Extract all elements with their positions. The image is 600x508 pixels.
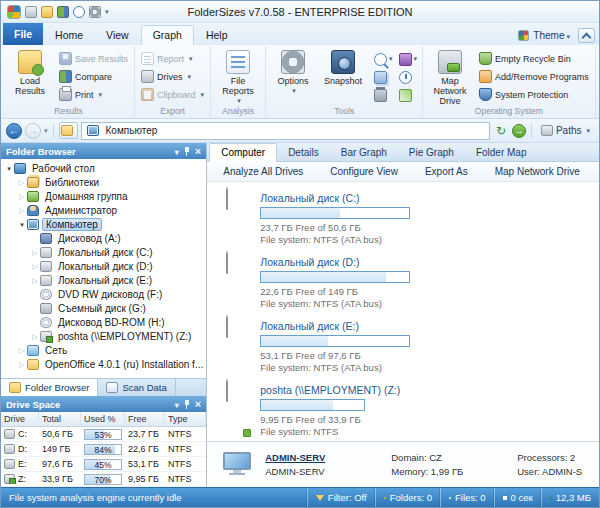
tree-item[interactable]: Дисковод (A:) [1,231,206,245]
add-remove-programs-button[interactable]: Add/Remove Programs [476,69,592,84]
tree-item[interactable]: Компьютер [1,217,206,231]
column-header[interactable]: Type [165,412,206,426]
collapse-ribbon-button[interactable] [578,28,595,43]
view-tab[interactable]: Details [277,143,330,161]
drive-name-link[interactable]: Локальный диск (D:) [260,256,410,268]
pin-icon[interactable] [183,147,191,156]
expand-arrow-icon[interactable] [17,193,27,200]
paths-dropdown[interactable]: Paths [537,125,594,136]
tree-item[interactable]: Библиотеки [1,175,206,189]
file-reports-button[interactable]: File Reports [214,47,262,106]
history-dropdown-icon[interactable]: ▾ [44,127,48,135]
view-tab[interactable]: Bar Graph [330,143,398,161]
empty-recycle-bin-button[interactable]: Empty Recycle Bin [476,51,592,66]
drive-table-row[interactable]: E: 97,6 ГБ 45% 53,1 ГБ NTFS [1,457,206,472]
view-tab[interactable]: Folder Map [465,143,538,161]
clipboard-button[interactable]: Clipboard [138,87,207,102]
refresh-icon[interactable]: ↻ [493,123,509,139]
ribbon-tab[interactable]: File [3,23,43,45]
expand-arrow-icon[interactable] [17,207,27,214]
column-header[interactable]: Used % [81,412,125,426]
duplicate-files-button[interactable] [372,69,395,85]
pin-icon[interactable] [183,400,191,409]
tree-item[interactable]: Администратор [1,203,206,217]
toolbar-item[interactable]: Analyze All Drives [223,166,303,177]
sidebar-tab[interactable]: Folder Browser [1,379,98,396]
snapshot-button[interactable]: Snapshot [319,47,367,86]
column-header[interactable]: Drive [1,412,39,426]
drive-entry[interactable]: poshta (\\EMPLOYMENT) (Z:) 9,95 ГБ Free … [225,384,599,437]
expand-arrow-icon[interactable] [17,361,27,368]
close-icon[interactable] [195,146,201,157]
panel-menu-icon[interactable] [175,146,179,157]
tree-item[interactable]: Локальный диск (C:) [1,245,206,259]
tree-item[interactable]: poshta (\\EMPLOYMENT) (Z:) [1,329,206,343]
expand-arrow-icon[interactable] [17,179,27,186]
drive-name-link[interactable]: poshta (\\EMPLOYMENT) (Z:) [260,384,400,396]
rule-manager-button[interactable] [397,51,420,67]
computer-name-link[interactable]: ADMIN-SERV [265,452,383,463]
compare-button[interactable]: Compare [56,69,131,84]
trends-button[interactable] [397,87,420,103]
drive-entry[interactable]: Локальный диск (C:) 23,7 ГБ Free of 50,6… [225,192,599,245]
print-button[interactable]: Print [56,87,131,102]
options-button[interactable]: Options [269,47,317,96]
expand-arrow-icon[interactable] [30,263,40,270]
qat-compare-icon[interactable] [57,6,69,18]
toolbar-item[interactable]: Configure View [330,166,398,177]
qat-drives-icon[interactable] [25,6,37,18]
view-tab[interactable]: Pie Graph [398,143,465,161]
tree-item[interactable]: Домашняя группа [1,189,206,203]
qat-options-icon[interactable] [89,6,101,18]
drives-button[interactable]: Drives [138,69,207,84]
tree-item[interactable]: OpenOffice 4.0.1 (ru) Installation f... [1,357,206,371]
delete-button[interactable] [372,87,395,103]
ribbon-tab[interactable]: Home [44,26,94,45]
drive-table-row[interactable]: Z: 33,9 ГБ 70% 9,95 ГБ NTFS [1,472,206,487]
tree-item[interactable]: Сеть [1,343,206,357]
tree-item[interactable]: Съемный диск (G:) [1,301,206,315]
close-icon[interactable] [195,399,201,410]
qat-load-results-icon[interactable] [41,6,53,18]
forward-button[interactable]: → [25,123,41,139]
expand-arrow-icon[interactable] [30,277,40,284]
sidebar-tab[interactable]: Scan Data [98,379,175,396]
tree-item[interactable]: Рабочий стол [1,161,206,175]
address-input[interactable]: Компьютер [81,122,490,140]
drive-entry[interactable]: Локальный диск (E:) 53,1 ГБ Free of 97,6… [225,320,599,373]
expand-arrow-icon[interactable] [17,221,27,228]
tree-item[interactable]: Локальный диск (D:) [1,259,206,273]
load-results-button[interactable]: Load Results [6,47,54,96]
save-results-button[interactable]: Save Results [56,51,131,66]
tree-item[interactable]: Дисковод BD-ROM (H:) [1,315,206,329]
ribbon-tab[interactable]: Help [195,26,239,45]
ribbon-tab[interactable]: View [95,26,140,45]
column-header[interactable]: Free [125,412,165,426]
go-icon[interactable]: → [512,124,526,138]
theme-selector[interactable]: Theme [518,28,597,45]
expand-arrow-icon[interactable] [4,165,14,172]
expand-arrow-icon[interactable] [30,249,40,256]
qat-dropdown-icon[interactable]: ▾ [105,8,109,16]
tree-item[interactable]: DVD RW дисковод (F:) [1,287,206,301]
drive-entry[interactable]: Локальный диск (D:) 22,6 ГБ Free of 149 … [225,256,599,309]
up-folder-button[interactable] [59,122,78,139]
panel-menu-icon[interactable] [175,399,179,410]
drive-table-row[interactable]: D: 149 ГБ 84% 22,6 ГБ NTFS [1,442,206,457]
report-button[interactable]: Report [138,51,207,66]
ribbon-tab[interactable]: Graph [141,25,194,45]
toolbar-item[interactable]: Map Network Drive [495,166,580,177]
search-button[interactable] [372,51,395,67]
expand-arrow-icon[interactable] [17,347,27,354]
scheduler-button[interactable] [397,69,420,85]
drive-name-link[interactable]: Локальный диск (C:) [260,192,410,204]
view-tab[interactable]: Computer [209,143,277,162]
qat-search-icon[interactable] [73,6,85,18]
map-network-drive-button[interactable]: Map Network Drive [426,47,474,106]
drive-name-link[interactable]: Локальный диск (E:) [260,320,410,332]
toolbar-item[interactable]: Export As [425,166,468,177]
system-protection-button[interactable]: System Protection [476,87,592,102]
expand-arrow-icon[interactable] [30,333,40,340]
column-header[interactable]: Total [39,412,81,426]
drive-table-row[interactable]: C: 50,6 ГБ 53% 23,7 ГБ NTFS [1,427,206,442]
